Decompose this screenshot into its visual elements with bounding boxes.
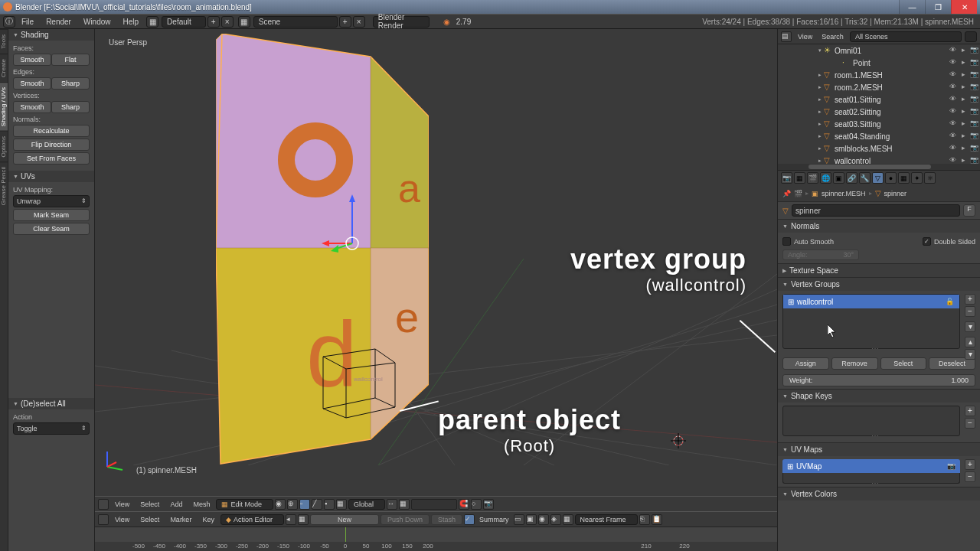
scene-browse-icon[interactable]: ▦: [238, 16, 250, 28]
double-sided-checkbox[interactable]: ✓: [923, 237, 931, 246]
wallcontrol-wireframe[interactable]: wallcontrol: [315, 341, 398, 424]
vg-specials-button[interactable]: ▾: [965, 321, 975, 332]
outliner-row[interactable]: ▸▽smlblocks.MESH👁▸📷: [778, 142, 980, 155]
renderable-icon[interactable]: 📷: [969, 95, 978, 104]
selectable-icon[interactable]: ▸: [959, 58, 968, 67]
expand-icon[interactable]: ▾: [816, 47, 824, 54]
vertex-group-item[interactable]: ⊞ wallcontrol 🔓: [783, 295, 959, 308]
prop-tab-data[interactable]: ▽: [872, 172, 884, 184]
selectable-icon[interactable]: ▸: [959, 144, 968, 153]
prop-edit-icon[interactable]: ○: [471, 499, 482, 510]
edge-select-icon[interactable]: ╱: [312, 499, 322, 510]
pin-icon[interactable]: 📌: [782, 190, 791, 197]
renderable-icon[interactable]: 📷: [969, 58, 978, 67]
layout-add-icon[interactable]: +: [207, 16, 220, 28]
selectable-icon[interactable]: ▸: [959, 70, 968, 80]
expand-icon[interactable]: ▸: [816, 96, 824, 103]
vg-add-button[interactable]: +: [965, 294, 975, 305]
visibility-icon[interactable]: 👁: [948, 107, 957, 116]
uvmap-add-button[interactable]: +: [965, 459, 975, 470]
vertex-colors-header[interactable]: Vertex Colors: [778, 487, 980, 500]
pivot-icon[interactable]: ⊕: [287, 499, 298, 510]
shape-key-list[interactable]: [782, 406, 960, 436]
renderable-icon[interactable]: 📷: [969, 70, 978, 80]
menu-help[interactable]: Help: [117, 18, 145, 26]
outliner-row[interactable]: ▸▽room.1.MESH👁▸📷: [778, 69, 980, 81]
renderable-icon[interactable]: 📷: [969, 144, 978, 153]
filter-icon[interactable]: ▭: [514, 514, 524, 525]
tab-shading-uvs[interactable]: Shading / UVs: [0, 82, 8, 131]
prop-tab-particles[interactable]: ✦: [911, 172, 923, 184]
clear-seam-button[interactable]: Clear Seam: [13, 223, 90, 235]
tab-tools[interactable]: Tools: [0, 29, 8, 54]
screen-layout-dropdown[interactable]: Default: [162, 16, 206, 28]
visibility-icon[interactable]: 👁: [948, 132, 957, 141]
outliner-scrollbar[interactable]: [778, 164, 980, 170]
sk-remove-button[interactable]: −: [965, 418, 975, 429]
bc-object-name[interactable]: spinner.MESH: [822, 190, 866, 197]
toggle-select[interactable]: Toggle: [13, 422, 90, 435]
prop-tab-scene[interactable]: 🎬: [807, 172, 818, 184]
layout-browse-icon[interactable]: ▦: [146, 16, 158, 28]
faces-flat-button[interactable]: Flat: [51, 54, 90, 66]
weight-field[interactable]: Weight:1.000: [782, 374, 975, 386]
outliner-row[interactable]: ·Point👁▸📷: [778, 57, 980, 69]
deselect-panel-header[interactable]: (De)select All: [8, 398, 94, 409]
tab-create[interactable]: Create: [0, 54, 8, 82]
outliner-menu-search[interactable]: Search: [818, 33, 847, 41]
expand-icon[interactable]: ▸: [816, 109, 824, 115]
outliner-row[interactable]: ▸▽seat01.Sitting👁▸📷: [778, 93, 980, 106]
close-button[interactable]: ✕: [951, 0, 977, 14]
renderable-icon[interactable]: 📷: [969, 46, 978, 55]
vg-lock-icon[interactable]: 🔓: [946, 298, 955, 305]
timeline[interactable]: 1 -500 -450 -400 -350 -300 -250 -200 -15…: [95, 527, 777, 551]
uvs-panel-header[interactable]: UVs: [8, 171, 94, 182]
vp-menu-view[interactable]: View: [110, 500, 134, 508]
scene-remove-icon[interactable]: ×: [353, 16, 365, 28]
outliner[interactable]: ▾☀Omni01👁▸📷·Point👁▸📷▸▽room.1.MESH👁▸📷▸▽ro…: [778, 44, 980, 170]
shading-mode-icon[interactable]: ◉: [275, 499, 286, 510]
outliner-display-dropdown[interactable]: All Scenes: [850, 31, 962, 42]
list-resize-grip[interactable]: [871, 344, 887, 347]
prop-tab-layers[interactable]: ▦: [794, 172, 805, 184]
outliner-menu-view[interactable]: View: [795, 33, 815, 41]
editor-type-icon[interactable]: [98, 499, 109, 510]
prop-tab-object[interactable]: ▣: [833, 172, 844, 184]
shading-panel-header[interactable]: Shading: [8, 29, 94, 41]
outliner-row[interactable]: ▸▽room.2.MESH👁▸📷: [778, 81, 980, 93]
layout-remove-icon[interactable]: ×: [221, 16, 234, 28]
prop-tab-modifiers[interactable]: 🔧: [859, 172, 871, 184]
visibility-icon[interactable]: 👁: [948, 95, 957, 104]
faces-smooth-button[interactable]: Smooth: [13, 54, 51, 66]
list-resize-grip[interactable]: [871, 432, 887, 434]
selectable-icon[interactable]: ▸: [959, 95, 968, 104]
uv-maps-header[interactable]: UV Maps: [778, 443, 980, 456]
outliner-row[interactable]: ▸▽seat03.Sitting👁▸📷: [778, 118, 980, 130]
edges-sharp-button[interactable]: Sharp: [51, 77, 90, 90]
snap-icon[interactable]: 🧲: [459, 499, 469, 510]
manipulator-icon[interactable]: ↔: [387, 499, 397, 510]
outliner-editor-icon[interactable]: ▤: [781, 31, 792, 42]
transform-orientation-dropdown[interactable]: Global: [348, 499, 385, 510]
renderable-icon[interactable]: 📷: [969, 83, 978, 92]
menu-render[interactable]: Render: [40, 18, 77, 26]
outliner-filter-input[interactable]: [965, 31, 977, 42]
layer-buttons[interactable]: [411, 499, 457, 510]
layer-icon[interactable]: ▦: [399, 499, 410, 510]
visibility-icon[interactable]: 👁: [948, 70, 957, 80]
auto-smooth-checkbox[interactable]: [782, 237, 791, 246]
menu-file[interactable]: File: [15, 18, 40, 26]
filter5-icon[interactable]: ▦: [563, 514, 573, 525]
summary-toggle-icon[interactable]: ✓: [464, 514, 475, 525]
render-preview-icon[interactable]: 📷: [483, 499, 494, 510]
sk-add-button[interactable]: +: [965, 406, 975, 416]
vg-remove-button[interactable]: Remove: [831, 357, 878, 370]
vert-select-icon[interactable]: ▫: [299, 499, 310, 510]
vertex-groups-header[interactable]: Vertex Groups: [778, 278, 980, 291]
expand-icon[interactable]: ▸: [816, 158, 824, 164]
set-from-faces-button[interactable]: Set From Faces: [13, 152, 90, 165]
vg-assign-button[interactable]: Assign: [782, 357, 829, 370]
vp-menu-add[interactable]: Add: [165, 500, 187, 508]
uvmap-active-render-icon[interactable]: 📷: [947, 462, 956, 470]
new-action-button[interactable]: New: [310, 514, 379, 525]
